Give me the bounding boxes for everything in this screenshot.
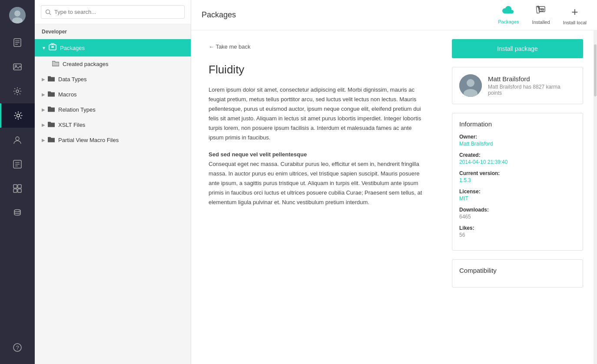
svg-point-10 <box>17 114 20 117</box>
sidebar-item-packages[interactable]: ▼ Packages <box>35 39 191 56</box>
info-version-label: Current version: <box>459 170 576 176</box>
sidebar-item-created-packages[interactable]: Created packages <box>35 56 191 72</box>
avatar <box>9 7 26 23</box>
sidebar-item-relation-types[interactable]: ▶ Relation Types <box>35 102 191 117</box>
info-created-row: Created: 2014-04-10 21:39:40 <box>459 152 576 165</box>
nav-database-icon[interactable] <box>0 201 35 225</box>
svg-point-30 <box>467 79 474 87</box>
nav-media-icon[interactable] <box>0 55 35 79</box>
sidebar-section-header: Developer <box>35 24 191 39</box>
back-link[interactable]: ← Take me back <box>209 43 424 50</box>
nav-content-icon[interactable] <box>0 30 35 55</box>
partial-view-label: Partial View Macro Files <box>58 137 119 143</box>
info-version-row: Current version: 1.5.3 <box>459 170 576 183</box>
info-downloads-label: Downloads: <box>459 207 576 213</box>
svg-rect-16 <box>13 185 17 188</box>
installed-tab[interactable]: Installed <box>532 5 550 25</box>
author-avatar <box>459 74 482 97</box>
packages-icon <box>49 43 56 53</box>
search-bar <box>35 0 191 24</box>
sidebar-right: Install package Matt Brailsford Matt Bra… <box>441 30 594 364</box>
info-card: Information Owner: Matt Brailsford Creat… <box>452 113 583 251</box>
info-likes-row: Likes: 56 <box>459 225 576 238</box>
packages-arrow: ▼ <box>42 46 46 50</box>
install-local-icon: + <box>571 5 578 19</box>
created-packages-icon <box>52 60 59 68</box>
svg-point-1 <box>14 10 20 17</box>
author-info: Matt Brailsford Matt Brailsford has 8827… <box>488 75 576 96</box>
author-karma: Matt Brailsford has 8827 karma points <box>488 84 576 96</box>
author-card: Matt Brailsford Matt Brailsford has 8827… <box>452 67 583 104</box>
author-name: Matt Brailsford <box>488 75 576 83</box>
relation-types-label: Relation Types <box>58 106 96 113</box>
data-types-icon <box>48 76 55 83</box>
description-paragraph-1: Lorem ipsum dolor sit amet, consectetur … <box>209 85 424 143</box>
sidebar-item-macros[interactable]: ▶ Macros <box>35 87 191 102</box>
macros-arrow: ▶ <box>42 92 45 97</box>
icon-rail: ? <box>0 0 35 364</box>
scrollbar-thumb[interactable] <box>594 44 597 96</box>
description-text-2: Consequat eget nec massa. Curabitur puru… <box>209 161 422 205</box>
packages-tab[interactable]: Packages <box>498 6 519 24</box>
sidebar-item-data-types[interactable]: ▶ Data Types <box>35 72 191 87</box>
relation-types-arrow: ▶ <box>42 107 45 112</box>
info-created-label: Created: <box>459 152 576 158</box>
description-bold: Sed sed neque vel velit pellentesque <box>209 151 307 158</box>
top-bar-actions: Packages Installed + Install local <box>498 5 587 25</box>
packages-label: Packages <box>60 45 85 51</box>
info-owner-label: Owner: <box>459 134 576 140</box>
package-title: Fluidity <box>209 63 424 76</box>
install-local-tab-label: Install local <box>563 20 587 25</box>
scrollbar-track[interactable] <box>594 30 597 364</box>
install-local-tab[interactable]: + Install local <box>563 5 587 25</box>
sidebar-content: Developer ▼ Packages Created packages <box>35 24 191 364</box>
info-downloads-row: Downloads: 6465 <box>459 207 576 220</box>
package-main: ← Take me back Fluidity Lorem ipsum dolo… <box>191 30 441 364</box>
install-package-button[interactable]: Install package <box>452 39 583 58</box>
xslt-icon <box>48 121 55 129</box>
svg-rect-19 <box>18 189 21 192</box>
macros-label: Macros <box>58 91 77 98</box>
content-body: ← Take me back Fluidity Lorem ipsum dolo… <box>191 30 597 364</box>
main-area: Packages Packages <box>191 0 597 364</box>
partial-view-icon <box>48 136 55 144</box>
nav-help-icon[interactable]: ? <box>0 335 35 360</box>
info-version-value: 1.5.3 <box>459 177 576 183</box>
data-types-label: Data Types <box>58 76 87 83</box>
info-likes-value: 56 <box>459 232 576 238</box>
svg-rect-17 <box>18 185 21 188</box>
search-input[interactable] <box>41 5 185 19</box>
top-bar: Packages Packages <box>191 0 597 30</box>
info-owner-row: Owner: Matt Brailsford <box>459 134 576 147</box>
info-owner-value[interactable]: Matt Brailsford <box>459 141 576 147</box>
data-types-arrow: ▶ <box>42 77 45 82</box>
nav-users-icon[interactable] <box>0 128 35 152</box>
nav-settings-icon[interactable] <box>0 79 35 103</box>
user-avatar-container[interactable] <box>0 0 35 30</box>
macros-icon <box>48 91 55 98</box>
svg-rect-7 <box>13 64 21 70</box>
nav-forms-icon[interactable] <box>0 176 35 201</box>
description-paragraph-2: Sed sed neque vel velit pellentesque Con… <box>209 150 424 208</box>
info-created-value: 2014-04-10 21:39:40 <box>459 159 576 165</box>
created-packages-label: Created packages <box>63 61 109 67</box>
relation-types-icon <box>48 106 55 113</box>
nav-members-icon[interactable] <box>0 152 35 176</box>
compatibility-card: Compatibility <box>452 259 583 288</box>
sidebar-item-xslt-files[interactable]: ▶ XSLT Files <box>35 117 191 132</box>
svg-rect-24 <box>51 46 54 48</box>
packages-cloud-icon <box>502 6 514 18</box>
info-downloads-value: 6465 <box>459 214 576 220</box>
info-likes-label: Likes: <box>459 225 576 231</box>
info-license-value[interactable]: MIT <box>459 195 576 202</box>
packages-tab-label: Packages <box>498 19 519 24</box>
installed-tab-label: Installed <box>532 20 550 25</box>
nav-developer-icon[interactable] <box>0 103 35 128</box>
svg-rect-18 <box>13 189 17 192</box>
svg-point-9 <box>16 90 19 93</box>
xslt-label: XSLT Files <box>58 122 85 128</box>
sidebar-item-partial-view-macro-files[interactable]: ▶ Partial View Macro Files <box>35 132 191 148</box>
page-title: Packages <box>202 10 236 20</box>
svg-text:?: ? <box>16 344 19 351</box>
sidebar: Developer ▼ Packages Created packages <box>35 0 191 364</box>
